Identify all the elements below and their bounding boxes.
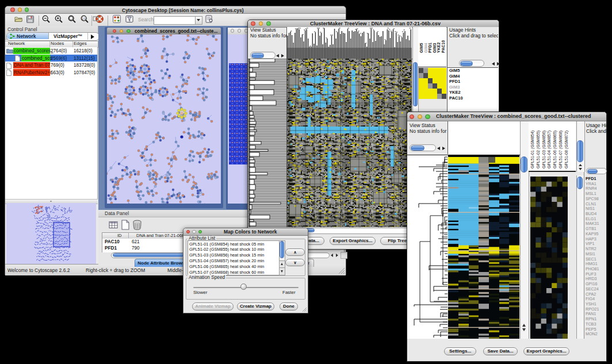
svg-text:1:1: 1:1 (82, 17, 86, 20)
